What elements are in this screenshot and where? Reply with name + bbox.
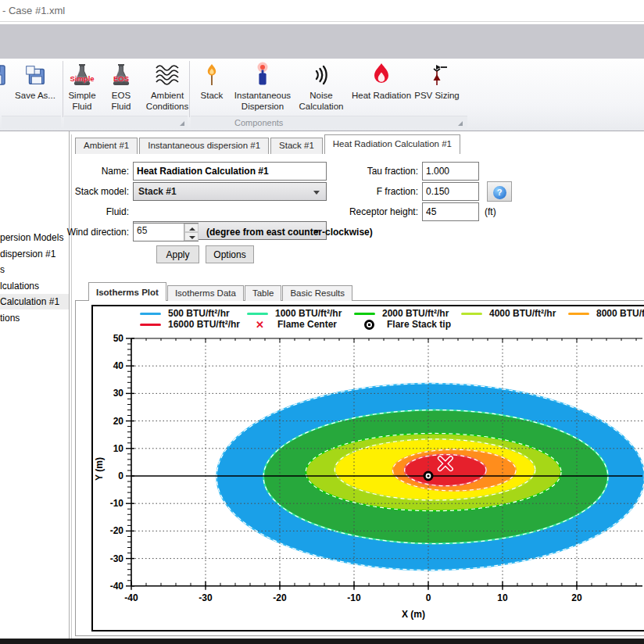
svg-text:-20: -20 [273, 592, 287, 603]
save-as-label: Save As... [9, 91, 61, 102]
ribbon-tab-strip [0, 24, 644, 59]
ribbon-group-divider [63, 61, 63, 117]
wind-direction-stepper[interactable]: 65 [133, 223, 199, 242]
ribbon-item-heat-radiation[interactable]: Heat Radiation [345, 60, 417, 116]
ribbon-item-label: Simple Fluid [64, 91, 100, 112]
chevron-down-icon [313, 191, 320, 195]
svg-text:20: 20 [113, 416, 124, 427]
results-tab-basic-results[interactable]: Basic Results [282, 285, 352, 301]
tau-fraction-input[interactable] [422, 162, 479, 181]
dialog-launcher-icon[interactable] [180, 121, 184, 126]
components-group-label: Components [234, 118, 283, 127]
svg-text:10: 10 [113, 443, 124, 454]
svg-text:0: 0 [118, 470, 123, 481]
x-axis-title: X (m) [402, 609, 425, 620]
icon-overlay-text: EOS [113, 74, 129, 83]
flask-icon: Simple [64, 60, 100, 90]
spin-up-icon[interactable] [184, 224, 199, 232]
options-button[interactable]: Options [206, 245, 254, 263]
f-fraction-help-button[interactable]: ? [487, 181, 512, 202]
isotherms-chart: 500 BTU/ft²/hr1000 BTU/ft²/hr2000 BTU/ft… [91, 305, 644, 631]
ribbon-item-label: Instantaneous Dispersion [230, 91, 295, 112]
svg-text:-40: -40 [110, 581, 124, 592]
stack-model-label: Stack model: [63, 182, 129, 201]
svg-text:-40: -40 [124, 592, 138, 603]
torch-icon [194, 60, 230, 90]
doc-tab-stack-1[interactable]: Stack #1 [270, 138, 323, 154]
wind-direction-note: (degree from east counter-clockwise) [206, 227, 373, 238]
svg-text:-30: -30 [110, 553, 124, 564]
ribbon-group-components: Components [191, 116, 467, 128]
canister-icon [230, 60, 295, 90]
save-as-button[interactable]: Save As... [9, 60, 61, 116]
svg-text:10: 10 [497, 592, 508, 603]
receptor-height-input[interactable] [422, 202, 479, 221]
name-input[interactable] [133, 162, 327, 181]
ribbon-item-label: Heat Radiation [345, 91, 417, 102]
svg-text:40: 40 [113, 360, 124, 371]
svg-text:0: 0 [426, 592, 431, 603]
ribbon-item-instantaneous-dispersion[interactable]: Instantaneous Dispersion [230, 60, 295, 116]
waves-icon [142, 60, 192, 90]
svg-text:30: 30 [113, 388, 124, 399]
ribbon-item-ambient-conditions[interactable]: Ambient Conditions [142, 60, 192, 116]
name-label: Name: [74, 162, 129, 181]
wind-direction-label: Wind direction: [55, 223, 129, 242]
sound-icon [295, 60, 347, 90]
spin-down-icon[interactable] [184, 232, 199, 241]
svg-text:-10: -10 [110, 498, 124, 509]
title-bar: - Case #1.xml [0, 0, 644, 22]
svg-text:-30: -30 [199, 592, 213, 603]
f-fraction-label: F fraction: [336, 182, 418, 201]
model-tree-sidebar: persion Modelsdispersion #1slculationsCa… [0, 131, 69, 639]
results-tab-table[interactable]: Table [245, 285, 282, 301]
floppy-save-as-icon [9, 60, 61, 90]
receptor-height-label: Receptor height: [328, 202, 418, 221]
ribbon-item-label: PSV Sizing [414, 91, 460, 102]
stack-model-dropdown[interactable]: Stack #1 [133, 182, 327, 201]
dialog-launcher-icon[interactable] [458, 121, 463, 126]
receptor-height-unit: (ft) [485, 202, 516, 221]
ribbon-item-psv-sizing[interactable]: PSV Sizing [414, 60, 460, 116]
f-fraction-input[interactable] [422, 182, 479, 201]
doc-tab-ambient-1[interactable]: Ambient #1 [75, 138, 138, 154]
question-mark-icon: ? [493, 186, 506, 199]
isotherms-plot-svg: -40-30-20-1001020-40-30-20-1001020304050… [93, 306, 644, 630]
ribbon-item-label: Ambient Conditions [142, 91, 192, 112]
ribbon-item-label: Noise Calculation [295, 91, 347, 112]
ribbon-item-eos-fluid[interactable]: EOSEOS Fluid [102, 60, 141, 116]
apply-button[interactable]: Apply [156, 245, 199, 263]
svg-text:-20: -20 [110, 525, 124, 536]
doc-tab-heat-radiation-calculation-1[interactable]: Heat Radiation Calculation #1 [324, 134, 460, 154]
sidebar-splitter[interactable] [69, 131, 70, 639]
flare-stack-tip-marker [424, 471, 434, 481]
ribbon-item-noise-calculation[interactable]: Noise Calculation [295, 60, 347, 116]
flask-icon: EOS [102, 60, 141, 90]
panel-left-border [71, 134, 72, 639]
tree-item-lculations[interactable]: lculations [0, 278, 69, 294]
doc-tab-instantaneous-dispersion-1[interactable]: Instantaneous dispersion #1 [139, 138, 269, 154]
tree-item-dispersion-1[interactable]: dispersion #1 [0, 246, 69, 262]
ribbon-item-label: EOS Fluid [102, 91, 141, 112]
tau-fraction-label: Tau fraction: [336, 162, 418, 181]
tree-item-s[interactable]: s [0, 262, 69, 277]
ribbon-group-file [2, 116, 61, 128]
svg-text:-10: -10 [347, 592, 361, 603]
ribbon-item-label: Stack [194, 91, 230, 102]
results-tab-isotherms-plot[interactable]: Isotherms Plot [88, 282, 166, 301]
ribbon-item-simple-fluid[interactable]: SimpleSimple Fluid [64, 60, 100, 116]
tree-item-calculation-1[interactable]: Calculation #1 [0, 294, 69, 309]
tree-item-tions[interactable]: tions [0, 310, 69, 326]
y-axis-title: Y (m) [94, 457, 105, 481]
flame-icon [345, 60, 417, 90]
icon-overlay-text: Simple [70, 74, 94, 83]
window-bottom-edge [0, 639, 644, 644]
ribbon-group-fluids [64, 116, 188, 128]
fluid-label: Fluid: [74, 202, 129, 221]
svg-text:20: 20 [571, 592, 582, 603]
ribbon: Save As... SimpleSimple FluidEOSEOS Flui… [0, 59, 644, 131]
ribbon-item-stack[interactable]: Stack [194, 60, 230, 116]
svg-text:50: 50 [113, 333, 124, 344]
results-tab-isotherms-data[interactable]: Isotherms Data [167, 285, 244, 301]
window-title: - Case #1.xml [2, 5, 65, 16]
